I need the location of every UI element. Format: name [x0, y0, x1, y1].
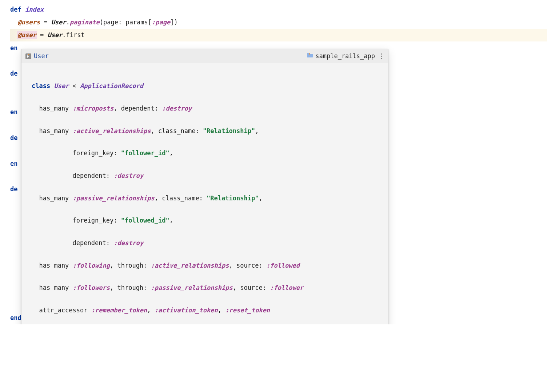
code-line: foreign_key: "follower_id", [32, 147, 384, 160]
popup-body[interactable]: class User < ApplicationRecord has_many … [21, 63, 388, 324]
method-name: index [25, 6, 44, 13]
code-line: def index [10, 3, 547, 16]
code-line: class User < ApplicationRecord [32, 80, 384, 92]
breadcrumb[interactable]: User [25, 51, 49, 61]
code-line: has_many :active_relationships, class_na… [32, 124, 384, 137]
breadcrumb-label: User [34, 51, 49, 61]
code-line: has_many :following, through: :active_re… [32, 259, 384, 272]
code-line: dependent: :destroy [32, 237, 384, 249]
method-paginate: paginate [70, 19, 100, 26]
const-user: User [51, 19, 66, 26]
folder-icon [307, 51, 313, 61]
keyword-def: def [10, 6, 25, 13]
class-icon [25, 53, 32, 59]
module-label: sample_rails_app [315, 51, 375, 61]
ivar-users: @users [17, 19, 40, 26]
code-editor[interactable]: def index @users = User.paginate(page: p… [0, 3, 547, 324]
code-line: has_many :followers, through: :passive_r… [32, 281, 384, 294]
popup-header: User sample_rails_app [21, 49, 388, 63]
code-line: has_many :microposts, dependent: :destro… [32, 102, 384, 115]
more-icon[interactable] [379, 53, 384, 59]
quick-definition-popup[interactable]: User sample_rails_app class User < Appli… [21, 49, 388, 324]
const-user: User [47, 31, 62, 39]
code-line: foreign_key: "followed_id", [32, 214, 384, 227]
code-line: @users = User.paginate(page: params[:pag… [10, 16, 547, 28]
code-line: attr_accessor :remember_token, :activati… [32, 304, 384, 317]
module-selector[interactable]: sample_rails_app [307, 51, 375, 61]
code-line: dependent: :destroy [32, 169, 384, 182]
code-line: has_many :passive_relationships, class_n… [32, 192, 384, 204]
ivar-user: @user [17, 31, 37, 39]
code-line-highlighted: @user = User.first [10, 29, 547, 41]
